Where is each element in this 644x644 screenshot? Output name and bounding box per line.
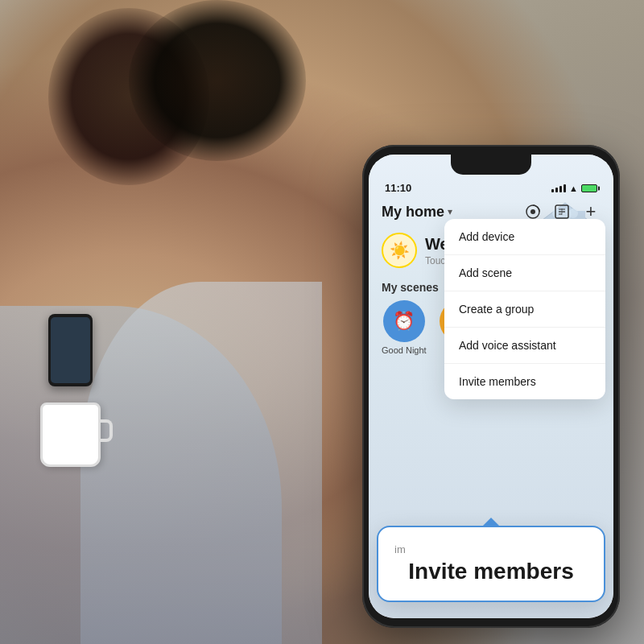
phone-screen: 11:10 ▲ My home ▾ [369,155,613,618]
phone-device: 11:10 ▲ My home ▾ [362,145,620,628]
svg-point-10 [530,209,535,214]
menu-item-create-group[interactable]: Create a group [444,291,605,328]
small-phone-prop [48,314,93,386]
scene-good-night[interactable]: ⏰ Good Night [382,300,427,355]
invite-members-tooltip: im Invite members [377,526,605,602]
status-time: 11:10 [385,182,411,194]
wifi-icon: ▲ [569,184,578,193]
menu-item-invite-members[interactable]: Invite members [444,364,605,399]
menu-item-add-device[interactable]: Add device [444,219,605,255]
good-night-label: Good Night [382,345,427,355]
menu-item-add-scene[interactable]: Add scene [444,255,605,291]
phone-body: 11:10 ▲ My home ▾ [362,145,620,628]
sun-icon: ☀️ [382,233,417,268]
phone-notch [451,155,531,175]
dropdown-menu: Add device Add scene Create a group Add … [444,219,605,399]
home-title: My home [382,204,444,221]
good-night-icon: ⏰ [383,300,425,342]
status-icons: ▲ [551,184,597,193]
menu-item-add-voice-assistant[interactable]: Add voice assistant [444,328,605,364]
signal-icon [551,184,566,192]
status-bar: 11:10 ▲ [369,175,613,197]
home-title-row[interactable]: My home ▾ [382,204,452,221]
dropdown-arrow-icon: ▾ [448,206,452,217]
battery-icon [581,184,597,192]
invite-tooltip-text: Invite members [394,559,588,584]
invite-input-prefix: im [394,543,588,555]
